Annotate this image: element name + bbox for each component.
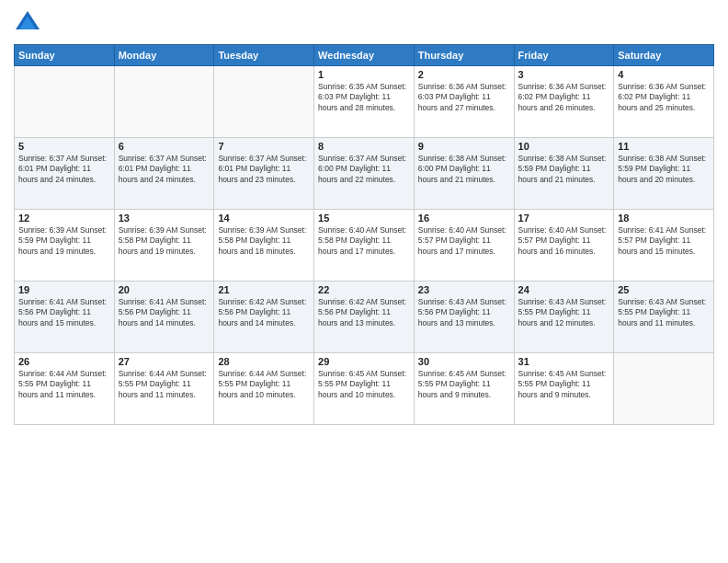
day-info: Sunrise: 6:40 AM Sunset: 5:57 PM Dayligh… [418,225,510,257]
day-number: 20 [119,284,210,295]
day-info: Sunrise: 6:39 AM Sunset: 5:58 PM Dayligh… [119,225,210,257]
day-number: 29 [318,356,410,367]
calendar-cell: 28Sunrise: 6:44 AM Sunset: 5:55 PM Dayli… [214,353,314,425]
calendar-cell: 25Sunrise: 6:43 AM Sunset: 5:55 PM Dayli… [614,282,714,353]
day-info: Sunrise: 6:37 AM Sunset: 6:01 PM Dayligh… [119,154,210,185]
day-info: Sunrise: 6:42 AM Sunset: 5:56 PM Dayligh… [218,297,310,328]
day-info: Sunrise: 6:35 AM Sunset: 6:03 PM Dayligh… [318,82,410,113]
day-number: 4 [618,69,710,80]
calendar-cell: 7Sunrise: 6:37 AM Sunset: 6:01 PM Daylig… [214,138,314,210]
calendar-cell: 1Sunrise: 6:35 AM Sunset: 6:03 PM Daylig… [314,66,415,138]
day-number: 8 [318,141,410,152]
page: SundayMondayTuesdayWednesdayThursdayFrid… [0,0,728,563]
day-number: 3 [518,69,610,80]
calendar-cell: 15Sunrise: 6:40 AM Sunset: 5:58 PM Dayli… [314,210,415,282]
day-info: Sunrise: 6:36 AM Sunset: 6:03 PM Dayligh… [418,82,510,113]
day-number: 27 [119,356,210,367]
day-info: Sunrise: 6:40 AM Sunset: 5:58 PM Dayligh… [318,225,410,257]
day-number: 25 [618,284,710,295]
calendar-cell: 14Sunrise: 6:39 AM Sunset: 5:58 PM Dayli… [214,210,314,282]
day-info: Sunrise: 6:39 AM Sunset: 5:58 PM Dayligh… [218,225,310,257]
day-info: Sunrise: 6:36 AM Sunset: 6:02 PM Dayligh… [518,82,610,113]
day-info: Sunrise: 6:41 AM Sunset: 5:57 PM Dayligh… [618,225,710,257]
calendar-cell: 12Sunrise: 6:39 AM Sunset: 5:59 PM Dayli… [15,210,115,282]
day-number: 23 [418,284,510,295]
day-info: Sunrise: 6:37 AM Sunset: 6:01 PM Dayligh… [18,154,110,185]
day-info: Sunrise: 6:38 AM Sunset: 6:00 PM Dayligh… [418,154,510,185]
calendar-cell: 8Sunrise: 6:37 AM Sunset: 6:00 PM Daylig… [314,138,415,210]
calendar-cell: 3Sunrise: 6:36 AM Sunset: 6:02 PM Daylig… [514,66,614,138]
calendar-cell: 27Sunrise: 6:44 AM Sunset: 5:55 PM Dayli… [114,353,214,425]
day-number: 7 [218,141,310,152]
day-number: 19 [18,284,110,295]
col-header-thursday: Thursday [414,45,514,66]
day-number: 24 [518,284,610,295]
calendar-cell [214,66,314,138]
col-header-saturday: Saturday [614,45,714,66]
calendar-cell: 21Sunrise: 6:42 AM Sunset: 5:56 PM Dayli… [214,282,314,353]
calendar-cell: 9Sunrise: 6:38 AM Sunset: 6:00 PM Daylig… [414,138,514,210]
day-info: Sunrise: 6:37 AM Sunset: 6:01 PM Dayligh… [218,154,310,185]
day-number: 6 [119,141,210,152]
col-header-friday: Friday [514,45,614,66]
calendar-cell: 4Sunrise: 6:36 AM Sunset: 6:02 PM Daylig… [614,66,714,138]
day-number: 14 [218,213,310,224]
week-row-4: 19Sunrise: 6:41 AM Sunset: 5:56 PM Dayli… [15,282,714,353]
calendar-cell: 26Sunrise: 6:44 AM Sunset: 5:55 PM Dayli… [15,353,115,425]
calendar-cell: 13Sunrise: 6:39 AM Sunset: 5:58 PM Dayli… [114,210,214,282]
week-row-5: 26Sunrise: 6:44 AM Sunset: 5:55 PM Dayli… [15,353,714,425]
day-info: Sunrise: 6:43 AM Sunset: 5:55 PM Dayligh… [618,297,710,328]
week-row-3: 12Sunrise: 6:39 AM Sunset: 5:59 PM Dayli… [15,210,714,282]
day-number: 21 [218,284,310,295]
col-header-tuesday: Tuesday [214,45,314,66]
day-number: 11 [618,141,710,152]
calendar-cell: 24Sunrise: 6:43 AM Sunset: 5:55 PM Dayli… [514,282,614,353]
day-info: Sunrise: 6:45 AM Sunset: 5:55 PM Dayligh… [518,369,610,400]
day-info: Sunrise: 6:37 AM Sunset: 6:00 PM Dayligh… [318,154,410,185]
day-number: 9 [418,141,510,152]
day-number: 12 [18,213,110,224]
col-header-wednesday: Wednesday [314,45,415,66]
calendar-cell: 16Sunrise: 6:40 AM Sunset: 5:57 PM Dayli… [414,210,514,282]
calendar-cell: 19Sunrise: 6:41 AM Sunset: 5:56 PM Dayli… [15,282,115,353]
day-number: 26 [18,356,110,367]
day-info: Sunrise: 6:44 AM Sunset: 5:55 PM Dayligh… [18,369,110,400]
day-number: 16 [418,213,510,224]
day-info: Sunrise: 6:38 AM Sunset: 5:59 PM Dayligh… [618,154,710,185]
week-row-1: 1Sunrise: 6:35 AM Sunset: 6:03 PM Daylig… [15,66,714,138]
day-info: Sunrise: 6:45 AM Sunset: 5:55 PM Dayligh… [318,369,410,400]
day-info: Sunrise: 6:38 AM Sunset: 5:59 PM Dayligh… [518,154,610,185]
day-info: Sunrise: 6:39 AM Sunset: 5:59 PM Dayligh… [18,225,110,257]
day-number: 1 [318,69,410,80]
calendar-cell: 11Sunrise: 6:38 AM Sunset: 5:59 PM Dayli… [614,138,714,210]
week-row-2: 5Sunrise: 6:37 AM Sunset: 6:01 PM Daylig… [15,138,714,210]
day-info: Sunrise: 6:44 AM Sunset: 5:55 PM Dayligh… [119,369,210,400]
header [14,9,714,37]
logo-icon [14,9,41,37]
day-info: Sunrise: 6:41 AM Sunset: 5:56 PM Dayligh… [119,297,210,328]
day-info: Sunrise: 6:43 AM Sunset: 5:56 PM Dayligh… [418,297,510,328]
calendar-cell: 23Sunrise: 6:43 AM Sunset: 5:56 PM Dayli… [414,282,514,353]
day-info: Sunrise: 6:43 AM Sunset: 5:55 PM Dayligh… [518,297,610,328]
day-number: 31 [518,356,610,367]
day-number: 18 [618,213,710,224]
day-number: 2 [418,69,510,80]
day-number: 15 [318,213,410,224]
calendar-cell [614,353,714,425]
calendar-cell: 2Sunrise: 6:36 AM Sunset: 6:03 PM Daylig… [414,66,514,138]
day-info: Sunrise: 6:42 AM Sunset: 5:56 PM Dayligh… [318,297,410,328]
col-header-sunday: Sunday [15,45,115,66]
calendar-cell: 18Sunrise: 6:41 AM Sunset: 5:57 PM Dayli… [614,210,714,282]
calendar-cell: 29Sunrise: 6:45 AM Sunset: 5:55 PM Dayli… [314,353,415,425]
calendar-cell [114,66,214,138]
calendar-cell: 6Sunrise: 6:37 AM Sunset: 6:01 PM Daylig… [114,138,214,210]
day-info: Sunrise: 6:41 AM Sunset: 5:56 PM Dayligh… [18,297,110,328]
day-number: 17 [518,213,610,224]
calendar-cell: 17Sunrise: 6:40 AM Sunset: 5:57 PM Dayli… [514,210,614,282]
day-info: Sunrise: 6:44 AM Sunset: 5:55 PM Dayligh… [218,369,310,400]
calendar-cell [15,66,115,138]
day-number: 13 [119,213,210,224]
calendar-cell: 30Sunrise: 6:45 AM Sunset: 5:55 PM Dayli… [414,353,514,425]
day-number: 28 [218,356,310,367]
day-info: Sunrise: 6:36 AM Sunset: 6:02 PM Dayligh… [618,82,710,113]
